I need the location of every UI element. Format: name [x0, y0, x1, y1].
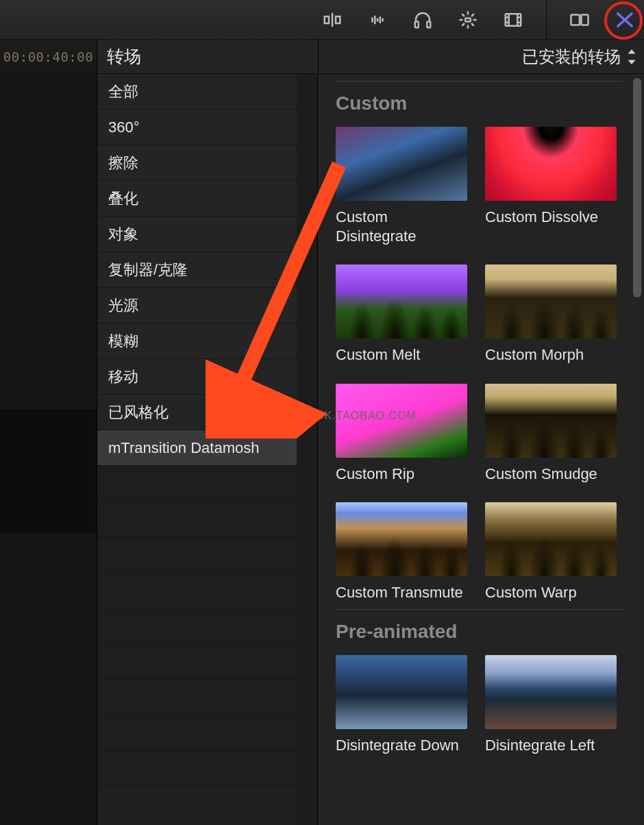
panel-title: 转场 [97, 40, 318, 73]
browser-scrollbar[interactable] [633, 78, 641, 297]
timeline-gutter [0, 74, 97, 825]
transition-label: Custom Transmute [336, 583, 467, 602]
category-empty-row [97, 537, 297, 573]
category-item[interactable]: 叠化 [97, 181, 297, 217]
compare-icon[interactable] [566, 6, 593, 34]
filter-dropdown[interactable]: 已安装的转场 [318, 40, 644, 73]
transition-item[interactable]: Custom Melt [336, 264, 467, 365]
category-item[interactable]: 复制器/克隆 [97, 252, 297, 288]
main-area: 全部360°擦除叠化对象复制器/克隆光源模糊移动已风格化mTransition … [0, 74, 644, 825]
svg-rect-2 [336, 16, 340, 23]
category-empty-row [97, 502, 297, 537]
transition-thumbnail [485, 264, 617, 338]
svg-rect-29 [582, 14, 589, 25]
category-item[interactable]: 移动 [97, 359, 297, 395]
transition-item[interactable]: Custom Morph [485, 264, 617, 365]
category-item[interactable]: 已风格化 [97, 395, 297, 430]
transition-label: Custom Warp [485, 583, 617, 602]
transition-item[interactable]: Custom Smudge [485, 384, 617, 484]
transition-label: Custom Disintegrate [336, 208, 467, 245]
transition-thumbnail [485, 127, 617, 201]
category-empty-row [97, 466, 297, 502]
svg-rect-0 [325, 16, 329, 23]
transition-label: Custom Rip [336, 465, 467, 484]
transition-label: Custom Dissolve [485, 208, 617, 227]
svg-line-18 [462, 23, 465, 26]
transitions-icon[interactable] [611, 6, 639, 34]
svg-line-19 [471, 14, 474, 16]
transition-item[interactable]: Custom Warp [485, 502, 617, 602]
panel-header: 00:00:40:00 转场 已安装的转场 [0, 40, 644, 74]
category-sidebar: 全部360°擦除叠化对象复制器/克隆光源模糊移动已风格化mTransition … [97, 74, 318, 825]
transition-label: Disintegrate Left [485, 736, 617, 755]
top-toolbar [0, 0, 644, 40]
transition-item[interactable]: Disintegrate Left [485, 655, 617, 755]
transition-item[interactable]: Custom Dissolve [485, 127, 617, 245]
category-empty-row [97, 680, 297, 715]
waveform-icon[interactable] [364, 6, 391, 34]
filmstrip-icon[interactable] [499, 6, 527, 34]
svg-rect-10 [415, 21, 419, 27]
sidebar-scrollbar[interactable] [297, 74, 317, 825]
transition-thumbnail [485, 655, 617, 729]
transition-label: Custom Morph [485, 345, 617, 365]
category-empty-row [97, 644, 297, 680]
transition-thumbnail [485, 502, 617, 576]
svg-rect-11 [427, 21, 430, 27]
svg-rect-21 [506, 14, 521, 26]
transitions-browser: CustomCustom DisintegrateCustom Dissolve… [318, 74, 644, 825]
category-item[interactable]: 光源 [97, 288, 297, 323]
transition-item[interactable]: Custom Disintegrate [336, 127, 467, 245]
transition-item[interactable]: Custom Transmute [336, 502, 467, 602]
category-empty-row [97, 608, 297, 644]
category-item[interactable]: mTransition Datamosh [97, 430, 297, 466]
section-header: Pre-animated [336, 621, 644, 643]
align-icon[interactable] [319, 6, 346, 34]
enhance-icon[interactable] [454, 6, 482, 34]
timecode-display: 00:00:40:00 [0, 40, 97, 73]
transition-label: Custom Smudge [485, 465, 617, 484]
transition-thumbnail [336, 384, 467, 458]
category-empty-row [97, 751, 297, 787]
headphones-icon[interactable] [409, 6, 436, 34]
transition-thumbnail [336, 264, 467, 338]
transition-label: Disintegrate Down [336, 736, 467, 755]
category-item[interactable]: 模糊 [97, 323, 297, 359]
category-item[interactable]: 擦除 [97, 145, 297, 181]
toolbar-separator [546, 0, 547, 40]
transition-thumbnail [336, 502, 467, 576]
transition-thumbnail [336, 655, 467, 729]
transition-label: Custom Melt [336, 345, 467, 365]
category-item[interactable]: 对象 [97, 217, 297, 252]
filter-dropdown-label: 已安装的转场 [522, 46, 621, 68]
category-empty-row [97, 715, 297, 751]
section-header: Custom [336, 93, 644, 114]
chevron-updown-icon [626, 49, 637, 64]
category-empty-row [97, 573, 297, 608]
transition-thumbnail [336, 127, 467, 201]
transition-item[interactable]: Disintegrate Down [336, 655, 467, 755]
svg-line-16 [462, 14, 465, 16]
transition-thumbnail [485, 384, 617, 458]
category-item[interactable]: 360° [97, 110, 297, 145]
svg-rect-20 [465, 18, 471, 21]
transition-item[interactable]: Custom Rip [336, 384, 467, 484]
svg-rect-28 [571, 14, 580, 25]
category-item[interactable]: 全部 [97, 74, 297, 110]
svg-line-17 [471, 23, 474, 26]
